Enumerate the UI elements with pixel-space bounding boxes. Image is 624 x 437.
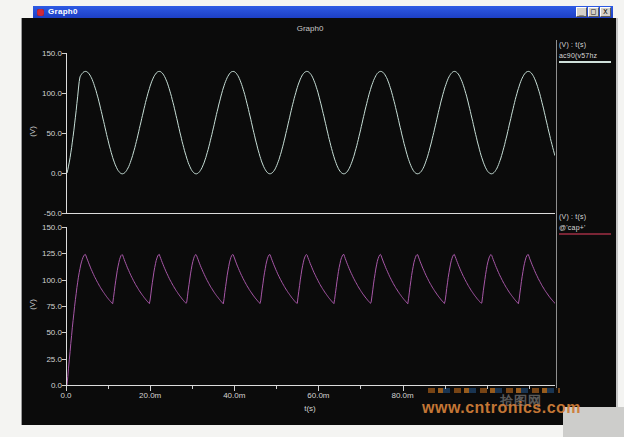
y-tick-label: 100.0 bbox=[24, 89, 62, 98]
y-tick-mark bbox=[62, 253, 66, 254]
x-minor-tick-mark bbox=[192, 386, 193, 389]
maximize-button[interactable]: □ bbox=[588, 7, 599, 17]
y-tick-label: 0.0 bbox=[24, 169, 62, 178]
legend-trace-name: ac90(v57hz bbox=[559, 52, 615, 59]
legend-head: (V) : t(s) bbox=[559, 213, 615, 220]
x-tick-label: 0.0 bbox=[60, 391, 71, 400]
y-tick-mark bbox=[62, 93, 66, 94]
legend-entry-cap[interactable]: (V) : t(s) @'cap+' bbox=[559, 213, 615, 235]
y-tick-mark bbox=[62, 173, 66, 174]
x-minor-tick-mark bbox=[276, 386, 277, 389]
y-tick-label: 100.0 bbox=[24, 276, 62, 285]
y-tick-mark bbox=[62, 227, 66, 228]
x-tick-label: 60.0m bbox=[307, 391, 329, 400]
legend-separator bbox=[556, 40, 557, 390]
chart-title: Graph0 bbox=[66, 24, 554, 33]
x-tick-label: 80.0m bbox=[391, 391, 413, 400]
x-minor-tick-mark bbox=[529, 386, 530, 389]
y-tick-label: 150.0 bbox=[24, 49, 62, 58]
minimize-button[interactable]: _ bbox=[576, 7, 587, 17]
x-tick-mark bbox=[234, 386, 235, 391]
trace-ac-source bbox=[67, 71, 555, 173]
x-tick-mark bbox=[403, 386, 404, 391]
y-tick-mark bbox=[62, 332, 66, 333]
y-tick-mark bbox=[62, 306, 66, 307]
x-minor-tick-mark bbox=[487, 386, 488, 389]
window-titlebar[interactable]: Graph0 _ □ x bbox=[33, 6, 613, 18]
x-tick-mark bbox=[318, 386, 319, 391]
legend-trace-name: @'cap+' bbox=[559, 224, 615, 231]
y-tick-mark bbox=[62, 359, 66, 360]
page: Graph0 _ □ x Graph0 (V) (V) t(s) (V) : t… bbox=[0, 0, 624, 437]
plot-area-cap bbox=[66, 227, 555, 386]
x-minor-tick-mark bbox=[360, 386, 361, 389]
y-tick-label: 25.0 bbox=[24, 355, 62, 364]
x-tick-mark bbox=[66, 386, 67, 391]
x-minor-tick-mark bbox=[108, 386, 109, 389]
y-tick-mark bbox=[62, 53, 66, 54]
legend-color-swatch bbox=[559, 61, 611, 63]
y-tick-label: -50.0 bbox=[24, 209, 62, 218]
close-button[interactable]: x bbox=[600, 7, 611, 17]
y-tick-label: 75.0 bbox=[24, 302, 62, 311]
window-title: Graph0 bbox=[48, 7, 575, 17]
legend-head: (V) : t(s) bbox=[559, 41, 615, 48]
y-tick-label: 0.0 bbox=[24, 381, 62, 390]
legend-entry-ac-source[interactable]: (V) : t(s) ac90(v57hz bbox=[559, 41, 615, 63]
plot-area-sine bbox=[66, 53, 555, 214]
y-tick-mark bbox=[62, 213, 66, 214]
y-tick-label: 50.0 bbox=[24, 328, 62, 337]
x-minor-tick-mark bbox=[445, 386, 446, 389]
y-tick-label: 50.0 bbox=[24, 129, 62, 138]
x-tick-mark bbox=[150, 386, 151, 391]
y-tick-mark bbox=[62, 133, 66, 134]
y-tick-label: 150.0 bbox=[24, 223, 62, 232]
x-tick-label: 20.0m bbox=[139, 391, 161, 400]
trace-cap-voltage bbox=[67, 254, 555, 385]
y-tick-mark bbox=[62, 280, 66, 281]
legend-color-swatch bbox=[559, 233, 611, 235]
y-tick-label: 125.0 bbox=[24, 249, 62, 258]
graph-window-icon[interactable] bbox=[37, 9, 44, 16]
x-tick-label: 40.0m bbox=[223, 391, 245, 400]
url-watermark-text: www.cntronics.com bbox=[422, 399, 581, 417]
